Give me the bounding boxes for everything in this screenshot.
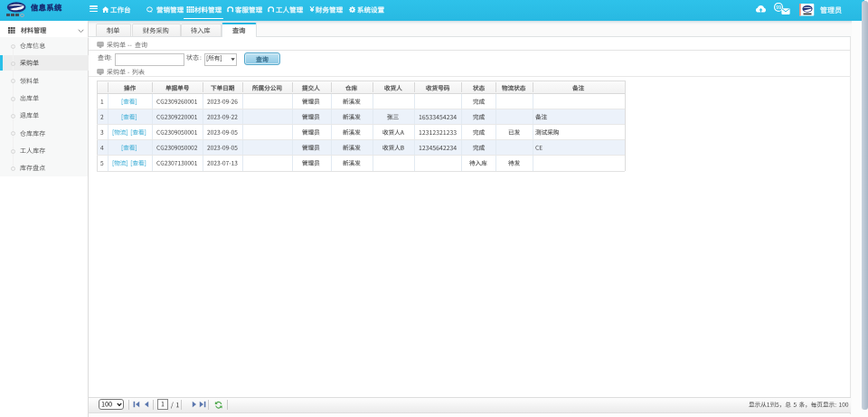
svg-text:99: 99: [776, 5, 781, 10]
